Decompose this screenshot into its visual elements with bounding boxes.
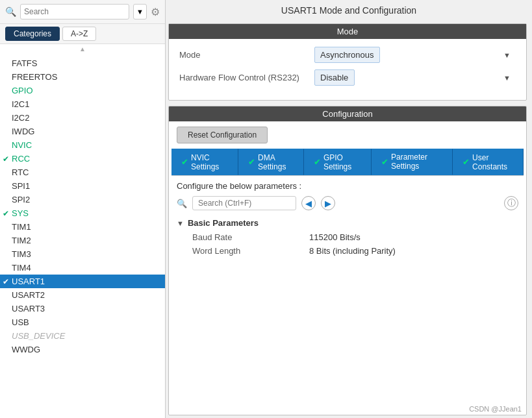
sidebar-item-label: TIM4 (12, 263, 31, 273)
sidebar-item-label: IWDG (12, 127, 34, 136)
config-header: Configuration (169, 106, 526, 121)
config-tab-label: GPIO Settings (323, 153, 362, 171)
sidebar-item-label: USB_DEVICE (12, 331, 65, 341)
params-tree: ▼ Basic Parameters Baud Rate115200 Bits/… (169, 213, 526, 415)
sidebar-item-tim4[interactable]: TIM4 (0, 261, 165, 275)
flow-control-label: Hardware Flow Control (RS232) (179, 73, 309, 82)
config-tabs: ✔NVIC Settings✔DMA Settings✔GPIO Setting… (171, 149, 524, 176)
flow-control-select[interactable]: Disable (314, 69, 355, 86)
config-tab-parameter-settings[interactable]: ✔Parameter Settings (372, 149, 453, 175)
sidebar-item-wwdg[interactable]: WWDG (0, 343, 165, 356)
mode-label: Mode (179, 50, 309, 60)
sidebar-item-usart2[interactable]: USART2 (0, 288, 165, 302)
tree-row-value: 8 Bits (including Parity) (309, 246, 396, 256)
tab-check-icon: ✔ (181, 157, 188, 167)
sidebar-item-label: TIM2 (12, 236, 31, 245)
params-search-icon: 🔍 (177, 199, 187, 208)
config-tab-label: User Constants (472, 153, 514, 171)
sidebar-item-freertos[interactable]: FREERTOS (0, 70, 165, 84)
sidebar-item-label: FREERTOS (12, 72, 57, 82)
sidebar-item-usart1[interactable]: ✔USART1 (0, 275, 165, 288)
sidebar-item-nvic[interactable]: NVIC (0, 138, 165, 152)
tab-categories[interactable]: Categories (5, 27, 60, 41)
check-icon: ✔ (3, 209, 9, 218)
search-icon: 🔍 (5, 6, 16, 17)
sidebar-item-i2c2[interactable]: I2C2 (0, 111, 165, 125)
sidebar-item-rcc[interactable]: ✔RCC (0, 152, 165, 166)
basic-params-chevron: ▼ (177, 219, 184, 227)
sidebar-item-label: NVIC (12, 140, 32, 150)
config-tab-label: Parameter Settings (391, 153, 443, 171)
sidebar-item-label: I2C2 (12, 113, 29, 123)
config-section: Configuration Reset Configuration ✔NVIC … (168, 106, 527, 415)
sidebar-item-label: USART3 (12, 304, 45, 314)
params-search-input[interactable] (192, 196, 296, 210)
mode-select[interactable]: Asynchronous (314, 47, 380, 63)
sidebar-item-spi2[interactable]: SPI2 (0, 193, 165, 206)
sidebar-item-gpio[interactable]: GPIO (0, 84, 165, 97)
sidebar-item-label: SPI1 (12, 181, 30, 191)
sidebar-item-label: USB (12, 317, 29, 327)
info-icon[interactable]: ⓘ (504, 196, 518, 210)
search-input[interactable] (20, 4, 129, 19)
sidebar-item-usb-device[interactable]: USB_DEVICE (0, 329, 165, 343)
sidebar-item-usb[interactable]: USB (0, 315, 165, 329)
main-title: USART1 Mode and Configuration (166, 0, 532, 21)
mode-select-wrapper: Asynchronous ▼ (314, 47, 516, 63)
main-area: USART1 Mode and Configuration Mode Mode … (166, 0, 532, 418)
sidebar-item-usart3[interactable]: USART3 (0, 302, 165, 315)
sidebar-item-fatfs[interactable]: FATFS (0, 56, 165, 70)
configure-label: Configure the below parameters : (169, 176, 526, 193)
sidebar-item-tim2[interactable]: TIM2 (0, 234, 165, 247)
tab-check-icon: ✔ (381, 157, 388, 167)
sidebar-item-label: RTC (12, 167, 29, 177)
basic-params-items: Baud Rate115200 Bits/sWord Length8 Bits … (192, 230, 518, 258)
basic-params-label: Basic Parameters (188, 218, 259, 228)
sidebar-item-label: WWDG (12, 345, 40, 354)
tree-row-value: 115200 Bits/s (309, 232, 361, 242)
flow-control-select-wrapper: Disable ▼ (314, 69, 516, 86)
sidebar-item-label: I2C1 (12, 99, 29, 109)
sidebar-item-label: SYS (12, 208, 29, 218)
sidebar-item-iwdg[interactable]: IWDG (0, 125, 165, 138)
config-tab-gpio-settings[interactable]: ✔GPIO Settings (304, 149, 372, 175)
config-tab-user-constants[interactable]: ✔User Constants (453, 149, 524, 175)
sidebar-item-label: FATFS (12, 58, 37, 68)
sidebar-item-label: USART2 (12, 290, 45, 300)
params-search-bar: 🔍 ◀ ▶ ⓘ (169, 193, 526, 213)
mode-header: Mode (169, 24, 526, 39)
sidebar-item-label: TIM3 (12, 249, 31, 259)
search-dropdown-button[interactable]: ▼ (133, 4, 147, 19)
sidebar-item-tim3[interactable]: TIM3 (0, 247, 165, 261)
tree-row-label: Baud Rate (192, 232, 309, 242)
mode-dropdown-icon: ▼ (503, 51, 511, 59)
basic-params-group[interactable]: ▼ Basic Parameters (177, 215, 518, 230)
config-tab-label: NVIC Settings (191, 153, 229, 171)
watermark: CSDN @JJean1 (469, 405, 522, 413)
search-bar: 🔍 ▼ ⚙ (0, 0, 165, 24)
gear-button[interactable]: ⚙ (151, 6, 160, 18)
sidebar-item-label: TIM1 (12, 222, 31, 232)
nav-next-icon[interactable]: ▶ (321, 196, 335, 210)
sidebar: 🔍 ▼ ⚙ Categories A->Z ▲ FATFSFREERTOSGPI… (0, 0, 166, 418)
sidebar-item-tim1[interactable]: TIM1 (0, 220, 165, 234)
tree-row: Baud Rate115200 Bits/s (192, 230, 518, 244)
sidebar-item-rtc[interactable]: RTC (0, 166, 165, 179)
sidebar-item-label: RCC (12, 154, 30, 164)
sidebar-item-sys[interactable]: ✔SYS (0, 206, 165, 220)
sidebar-item-i2c1[interactable]: I2C1 (0, 97, 165, 111)
reset-config-button[interactable]: Reset Configuration (177, 127, 268, 143)
nav-prev-icon[interactable]: ◀ (301, 196, 316, 210)
config-tab-label: DMA Settings (258, 153, 294, 171)
sidebar-list: FATFSFREERTOSGPIOI2C1I2C2IWDGNVIC✔RCCRTC… (0, 54, 165, 418)
sidebar-item-label: USART1 (12, 277, 45, 286)
tab-atoz[interactable]: A->Z (62, 27, 96, 41)
config-tab-nvic-settings[interactable]: ✔NVIC Settings (171, 149, 238, 175)
sidebar-tab-bar: Categories A->Z (0, 24, 165, 44)
scroll-indicator: ▲ (0, 44, 165, 54)
check-icon: ✔ (3, 277, 9, 286)
sidebar-item-spi1[interactable]: SPI1 (0, 179, 165, 193)
tab-check-icon: ✔ (248, 157, 255, 167)
config-tab-dma-settings[interactable]: ✔DMA Settings (238, 149, 304, 175)
sidebar-item-label: GPIO (12, 86, 33, 95)
